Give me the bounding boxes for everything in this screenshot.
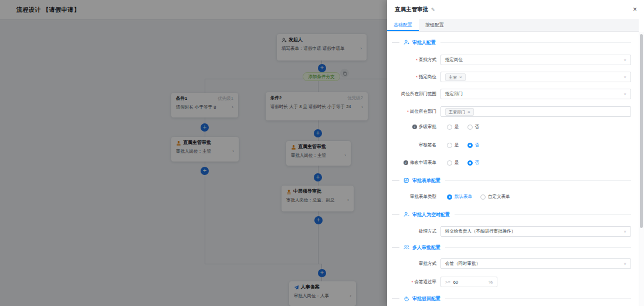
radio-no[interactable] — [467, 143, 473, 148]
field-label: 审核签名 — [387, 142, 436, 148]
tab-button-config[interactable]: 按钮配置 — [419, 19, 450, 31]
row-find-mode: * 查找方式 指定岗位 ∨ — [387, 55, 631, 65]
section-title: 审批表单配置 — [412, 177, 440, 184]
row-assigned-dept: * 岗位所在部门 主管部门 × — [387, 106, 631, 117]
radio-yes[interactable] — [447, 160, 452, 166]
section-dash — [392, 180, 399, 181]
radio-yes-label[interactable]: 是 — [455, 124, 459, 130]
hand-icon — [404, 295, 409, 301]
radio-no[interactable] — [467, 160, 473, 166]
section-multi-approver-config: 多人审批配置 — [392, 244, 631, 251]
field-label: * 会签通过率 — [387, 279, 436, 285]
field-label: 审批表单类型 — [387, 194, 436, 200]
panel-tabs: 基础配置 按钮配置 — [387, 19, 639, 32]
chevron-down-icon: ∨ — [623, 262, 626, 265]
find-mode-select[interactable]: 指定岗位 ∨ — [440, 55, 631, 65]
dept-multiselect[interactable]: 主管部门 × — [440, 106, 631, 117]
field-label: * 指定岗位 — [387, 74, 436, 80]
radio-yes-label[interactable]: 是 — [455, 160, 459, 166]
config-panel: 直属主管审批 ✎ × 基础配置 按钮配置 审批人配置 * 查找方式 — [387, 0, 644, 306]
field-label: 岗位所在部门范围 — [387, 91, 436, 97]
pass-rate-input[interactable]: >= 60 % — [440, 277, 497, 287]
radio-no-label[interactable]: 否 — [475, 160, 480, 166]
chevron-down-icon: ∨ — [623, 75, 626, 79]
section-line — [455, 214, 631, 215]
radio-custom-label[interactable]: 自定义表单 — [488, 194, 510, 200]
dept-tag: 主管部门 × — [445, 108, 474, 116]
form-type-radio-group: 默认表单 自定义表单 — [447, 194, 518, 200]
user-icon — [404, 39, 409, 45]
section-title: 多人审批配置 — [412, 244, 440, 251]
rate-value: 60 — [453, 280, 458, 285]
tag-close-icon[interactable]: × — [467, 109, 470, 115]
select-value: 会签（同时审批） — [445, 261, 480, 267]
tab-basic-config[interactable]: 基础配置 — [387, 19, 419, 31]
edit-title-icon[interactable]: ✎ — [431, 7, 435, 12]
rate-suffix: % — [489, 280, 493, 285]
section-dash — [392, 298, 399, 299]
section-dash — [392, 214, 399, 215]
row-modify-form: i 修改申请表单 是 否 — [387, 157, 631, 168]
section-line — [445, 247, 631, 248]
section-dash — [392, 247, 399, 248]
section-title: 审批驳回配置 — [412, 295, 440, 302]
field-label: 审批方式 — [387, 261, 436, 267]
section-title: 审批人配置 — [412, 39, 436, 46]
select-value: 转交给负责人（不能进行审批操作） — [445, 228, 516, 234]
panel-header: 直属主管审批 ✎ × — [387, 0, 644, 19]
position-tag: 主管 × — [445, 73, 466, 81]
close-icon[interactable]: × — [633, 6, 637, 13]
row-pass-rate: * 会签通过率 >= 60 % — [387, 277, 631, 287]
radio-yes[interactable] — [447, 143, 452, 148]
info-icon[interactable]: i — [412, 125, 417, 129]
required-mark: * — [412, 280, 413, 285]
radio-default-form[interactable] — [447, 194, 452, 200]
multi-level-radio-group: 是 否 — [447, 124, 487, 130]
section-empty-approver-config: 审批人为空时配置 — [392, 211, 631, 218]
field-label: * 岗位所在部门 — [387, 109, 436, 115]
section-approver-config: 审批人配置 — [392, 39, 631, 46]
section-form-config: 审批表单配置 — [392, 177, 631, 184]
form-edit-icon — [404, 177, 409, 183]
chevron-down-icon: ∨ — [623, 230, 626, 233]
row-multi-level: i 多级审批 是 否 — [387, 122, 631, 132]
field-label: i 修改申请表单 — [387, 160, 436, 166]
radio-custom-form[interactable] — [480, 194, 486, 200]
radio-no[interactable] — [467, 125, 473, 130]
chevron-down-icon: ∨ — [623, 92, 626, 96]
row-assigned-position: * 指定岗位 主管 × ∨ — [387, 72, 631, 82]
required-mark: * — [407, 109, 409, 115]
field-label: * 查找方式 — [387, 57, 436, 63]
field-label: i 多级审批 — [387, 124, 436, 130]
tag-close-icon[interactable]: × — [459, 75, 462, 80]
panel-content: 审批人配置 * 查找方式 指定岗位 ∨ * 指定岗位 — [387, 32, 639, 306]
app-root: 流程设计 【请假申请】 发起人 填写表单：请假申请-请假申请单 › + 添加条件… — [0, 0, 644, 306]
required-mark: * — [416, 75, 418, 80]
row-form-type: 审批表单类型 默认表单 自定义表单 — [387, 191, 631, 202]
radio-no-label[interactable]: 否 — [475, 142, 480, 148]
panel-scrollbar-track[interactable] — [639, 32, 644, 306]
row-review-signature: 审核签名 是 否 — [387, 140, 631, 150]
section-reject-config: 审批驳回配置 — [392, 295, 631, 302]
panel-scrollbar-thumb[interactable] — [640, 34, 643, 228]
radio-yes-label[interactable]: 是 — [455, 142, 459, 148]
section-line — [445, 180, 631, 181]
dept-scope-select[interactable]: 指定部门 ∨ — [440, 89, 631, 99]
chevron-down-icon: ∨ — [623, 58, 626, 62]
section-title: 审批人为空时配置 — [412, 211, 450, 218]
section-line — [445, 298, 631, 299]
team-icon — [404, 244, 409, 250]
row-approval-mode: 审批方式 会签（同时审批） ∨ — [387, 258, 631, 269]
panel-title: 直属主管审批 — [395, 6, 428, 14]
position-multiselect[interactable]: 主管 × ∨ — [440, 72, 631, 82]
info-icon[interactable]: i — [404, 160, 408, 165]
select-value: 指定岗位 — [445, 57, 463, 63]
radio-default-label[interactable]: 默认表单 — [455, 194, 472, 200]
signature-radio-group: 是 否 — [447, 142, 487, 148]
radio-yes[interactable] — [447, 125, 452, 130]
rate-prefix: >= — [445, 280, 450, 285]
approval-mode-select[interactable]: 会签（同时审批） ∨ — [440, 258, 631, 269]
handle-method-select[interactable]: 转交给负责人（不能进行审批操作） ∨ — [440, 226, 631, 237]
modify-form-radio-group: 是 否 — [447, 160, 487, 166]
radio-no-label[interactable]: 否 — [475, 124, 480, 130]
